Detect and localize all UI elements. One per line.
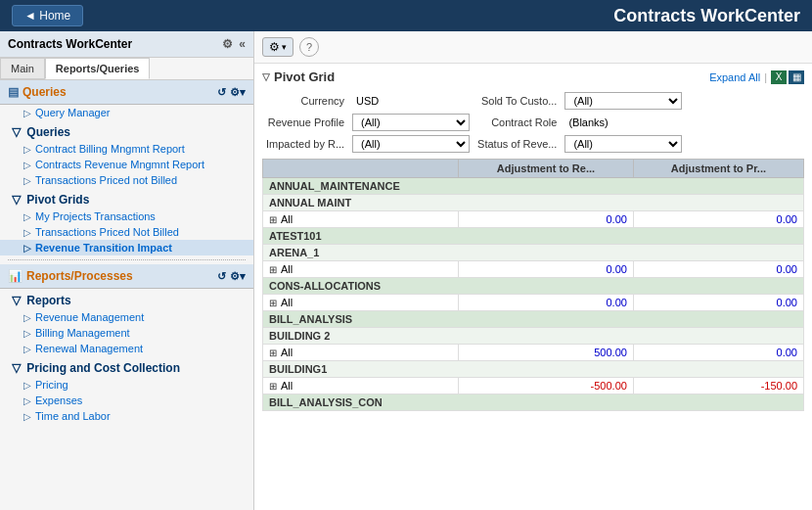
reports-section-icons: ↺ ⚙▾ (217, 270, 246, 283)
data-col2-neg: -150.00 (633, 378, 803, 394)
nav-contract-billing[interactable]: ▷ Contract Billing Mngmnt Report (0, 141, 253, 157)
data-label: ⊞All (263, 211, 459, 228)
arrow-icon: ▷ (23, 411, 31, 422)
contract-role-label: Contract Role (474, 112, 561, 133)
plus-icon[interactable]: ⊞ (269, 214, 277, 225)
triangle-icon: ▽ (12, 361, 23, 375)
group-label: ATEST101 (263, 228, 804, 245)
queries-section-label: ▤ Queries (8, 85, 67, 99)
contract-role-value: (Blanks) (561, 112, 686, 133)
top-bar-left: ◄ Home (12, 5, 83, 26)
nav-my-projects-transactions[interactable]: ▷ My Projects Transactions (0, 209, 253, 224)
nav-contracts-revenue[interactable]: ▷ Contracts Revenue Mngmnt Report (0, 157, 253, 172)
plus-icon[interactable]: ⊞ (269, 264, 277, 275)
excel-icon[interactable]: X (771, 70, 787, 84)
refresh-icon[interactable]: ↺ (217, 86, 226, 99)
sidebar-title: Contracts WorkCenter (8, 37, 132, 51)
table-row: BUILDING 2 (263, 328, 804, 345)
nav-transactions-priced-not-billed-pivot[interactable]: ▷ Transactions Priced Not Billed (0, 224, 253, 240)
triangle-icon: ▽ (12, 125, 23, 139)
group-label: BILL_ANALYSIS (263, 311, 804, 328)
gear-icon[interactable]: ⚙ (222, 37, 233, 51)
data-label: ⊞All (263, 378, 459, 394)
nav-revenue-transition-impact[interactable]: ▷ Revenue Transition Impact (0, 240, 253, 255)
gear-dropdown-button[interactable]: ⚙ ▾ (262, 37, 293, 57)
content-area: ⚙ ▾ ? ▽ Pivot Grid Expand All | X ▦ (254, 31, 812, 510)
queries-section-icons: ↺ ⚙▾ (217, 86, 246, 99)
table-row: ANNUAL_MAINTENANCE (263, 178, 804, 195)
data-label: ⊞All (263, 295, 459, 311)
home-button[interactable]: ◄ Home (12, 5, 83, 26)
plus-icon[interactable]: ⊞ (269, 298, 277, 308)
queries-group-title: ▽ Queries (0, 120, 253, 141)
table-row: ARENA_1 (263, 245, 804, 261)
settings-icon[interactable]: ⚙▾ (230, 86, 246, 99)
arrow-icon: ▷ (23, 108, 31, 118)
plus-icon[interactable]: ⊞ (269, 381, 277, 392)
arrow-icon: ▷ (23, 380, 31, 391)
column-header-row: Adjustment to Re... Adjustment to Pr... (263, 160, 804, 178)
impacted-select[interactable]: (All) (352, 135, 470, 153)
arrow-icon: ▷ (23, 344, 31, 354)
queries-section-header: ▤ Queries ↺ ⚙▾ (0, 80, 253, 105)
content-toolbar: ⚙ ▾ ? (254, 31, 812, 64)
arrow-icon: ▷ (23, 328, 31, 339)
queries-label: Queries (23, 85, 67, 99)
data-col2: 0.00 (633, 261, 803, 278)
status-reve-select[interactable]: (All) (564, 135, 682, 153)
group-label: BILL_ANALYSIS_CON (263, 394, 804, 411)
nav-time-and-labor[interactable]: ▷ Time and Labor (0, 408, 253, 424)
page-title: Contracts WorkCenter (613, 6, 800, 26)
table-row: ⊞All 0.00 0.00 (263, 261, 804, 278)
nav-expenses[interactable]: ▷ Expenses (0, 393, 253, 408)
reports-group-title: ▽ Reports (0, 289, 253, 309)
plus-icon[interactable]: ⊞ (269, 348, 277, 358)
nav-renewal-management[interactable]: ▷ Renewal Management (0, 341, 253, 356)
table-row: ANNUAL MAINT (263, 195, 804, 211)
data-col2: 0.00 (633, 211, 803, 228)
divider (8, 259, 246, 260)
help-button[interactable]: ? (299, 37, 319, 57)
collapse-icon[interactable]: « (239, 37, 246, 51)
pivot-title-bar: ▽ Pivot Grid Expand All | X ▦ (262, 70, 804, 84)
pivot-grids-group-title: ▽ Pivot Grids (0, 188, 253, 209)
sold-to-select[interactable]: (All) (564, 92, 682, 110)
pivot-section: ▽ Pivot Grid Expand All | X ▦ Currency U… (254, 64, 812, 417)
main-layout: Contracts WorkCenter ⚙ « Main Reports/Qu… (0, 31, 812, 510)
group-label: CONS-ALLOCATIONS (263, 278, 804, 295)
expand-all: Expand All | X ▦ (709, 70, 804, 84)
group-label: ANNUAL_MAINTENANCE (263, 178, 804, 195)
impacted-label: Impacted by R... (262, 133, 348, 155)
nav-billing-management[interactable]: ▷ Billing Management (0, 325, 253, 341)
nav-pricing[interactable]: ▷ Pricing (0, 377, 253, 393)
arrow-icon: ▷ (23, 312, 31, 323)
divider-pipe: | (764, 71, 767, 83)
tab-reports-queries[interactable]: Reports/Queries (45, 58, 151, 79)
settings-icon[interactable]: ⚙▾ (230, 270, 246, 283)
sidebar-header-icons: ⚙ « (222, 37, 246, 51)
table-row: ATEST101 (263, 228, 804, 245)
nav-transactions-priced-not-billed[interactable]: ▷ Transactions Priced not Billed (0, 172, 253, 188)
subgroup-label: BUILDING1 (263, 361, 804, 378)
data-label: ⊞All (263, 261, 459, 278)
reports-section-label: 📊 Reports/Processes (8, 269, 133, 283)
data-col1: 500.00 (459, 345, 634, 361)
arrow-icon: ▷ (23, 395, 31, 406)
revenue-profile-cell: (All) (348, 112, 474, 133)
sidebar: Contracts WorkCenter ⚙ « Main Reports/Qu… (0, 31, 254, 510)
tab-main[interactable]: Main (0, 58, 45, 79)
subgroup-label: ANNUAL MAINT (263, 195, 804, 211)
expand-all-label[interactable]: Expand All (709, 71, 760, 83)
arrow-icon: ▷ (23, 243, 31, 254)
reports-section-header: 📊 Reports/Processes ↺ ⚙▾ (0, 264, 253, 289)
revenue-profile-select[interactable]: (All) (352, 114, 470, 131)
refresh-icon[interactable]: ↺ (217, 270, 226, 283)
nav-revenue-management[interactable]: ▷ Revenue Management (0, 309, 253, 325)
query-manager-link[interactable]: ▷ Query Manager (0, 105, 253, 120)
currency-label: Currency (262, 90, 348, 112)
grid-icon[interactable]: ▦ (789, 70, 804, 84)
expand-icons: X ▦ (771, 70, 804, 84)
table-row: CONS-ALLOCATIONS (263, 278, 804, 295)
currency-value: USD (348, 90, 474, 112)
arrow-icon: ▷ (23, 160, 31, 170)
